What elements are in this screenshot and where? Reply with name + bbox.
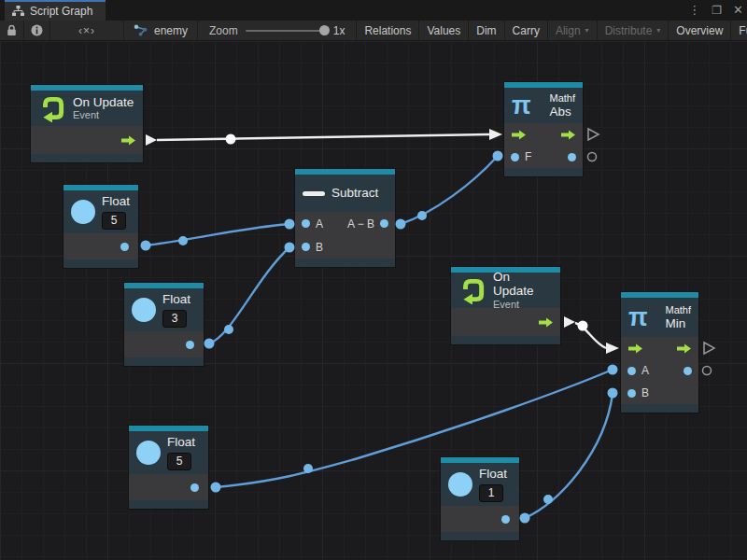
port-label-b: B [641,386,649,399]
node-subtitle: Event [493,299,553,311]
node-float-1[interactable]: Float 1 [441,457,519,540]
fullscreen-button[interactable]: Full Screen [731,21,747,40]
flow-output-port[interactable] [538,317,554,328]
value-input-port-b[interactable] [302,243,310,251]
node-footer [129,500,208,509]
zoom-value: 1x [333,24,345,37]
csharp-preview-button[interactable]: ‹×› [50,21,124,40]
value-output-port[interactable] [568,153,576,161]
wire-float5top-subtractA[interactable] [141,219,295,251]
node-footer [63,259,138,268]
float-circle-icon [448,472,472,497]
toolbar-right-buttons: Relations Values Dim Carry Align▾ Distri… [357,21,747,40]
node-on-update-2[interactable]: On Update Event [451,267,560,344]
align-button: Align▾ [548,21,598,40]
unconnected-flow-hint-abs [588,129,599,161]
float-value-input[interactable]: 5 [167,453,191,470]
node-mathf-abs[interactable]: π Mathf Abs F [504,82,583,176]
code-icon: ‹×› [78,24,95,37]
node-category: Mathf [549,92,575,105]
node-subtract[interactable]: Subtract A A − B B [295,169,395,267]
zoom-slider-handle[interactable] [319,25,330,35]
unconnected-flow-hint-min [703,343,715,375]
flow-output-port[interactable] [560,130,576,140]
zoom-slider[interactable] [246,30,326,32]
node-title: Float [479,467,507,482]
info-icon [31,24,43,36]
node-title: Min [665,316,691,331]
dim-button[interactable]: Dim [469,21,504,40]
float-value-input[interactable]: 5 [102,212,126,230]
graph-reference[interactable]: enemy [124,21,198,40]
node-footer [124,357,204,366]
flow-output-port[interactable] [120,135,136,146]
node-title: On Update [73,95,134,110]
value-output-port[interactable] [501,515,510,524]
node-footer [295,259,395,267]
window-controls: ⋮ ❐ ✕ [688,0,743,21]
float-circle-icon [132,298,156,322]
value-output-port[interactable] [190,483,199,492]
value-output-port[interactable] [684,367,692,375]
value-input-port-b[interactable] [627,389,636,398]
graph-canvas[interactable]: On Update Event Float 5 [0,41,747,560]
overview-button[interactable]: Overview [669,21,731,40]
graph-toolbar: ‹×› enemy Zoom 1x Relations Values Dim C… [0,21,747,41]
float-value-input[interactable]: 3 [162,310,187,328]
node-title: Float [162,292,190,307]
close-icon[interactable]: ✕ [733,0,743,21]
node-title: Float [167,435,195,450]
value-input-port-a[interactable] [302,219,310,228]
node-subtitle: Event [73,109,134,121]
tab-script-graph[interactable]: Script Graph [5,0,106,21]
node-footer [451,336,560,344]
node-title: On Update [493,270,553,299]
loop-event-icon [38,94,66,122]
node-footer [441,532,519,540]
maximize-icon[interactable]: ❐ [712,0,722,21]
lock-button[interactable] [0,21,24,40]
wire-subtract-absF[interactable] [396,151,503,230]
node-on-update-1[interactable]: On Update Event [31,85,143,162]
port-label-out: A − B [347,217,374,231]
carry-button[interactable]: Carry [505,21,548,40]
node-float-5-bottom[interactable]: Float 5 [129,426,208,509]
wire-flow-onupdate1-abs[interactable] [146,129,502,146]
flow-output-port[interactable] [676,343,692,354]
pi-icon: π [628,305,648,330]
window-tab-bar: Script Graph ⋮ ❐ ✕ [0,0,747,21]
values-button[interactable]: Values [419,21,469,40]
float-value-input[interactable]: 1 [479,484,503,502]
loop-event-icon [458,276,486,304]
flow-input-port[interactable] [511,130,527,140]
chevron-down-icon: ▾ [656,26,660,35]
wire-float3-subtractB[interactable] [204,243,295,349]
node-float-3[interactable]: Float 3 [124,283,204,366]
zoom-label: Zoom [209,24,238,37]
port-label-f: F [525,150,531,163]
graph-reference-label: enemy [154,24,188,37]
flow-input-port[interactable] [627,343,643,354]
wire-flow-onupdate2-min[interactable] [564,316,619,354]
value-input-port-f[interactable] [511,153,519,161]
distribute-button: Distribute▾ [598,21,669,40]
node-footer [504,168,583,176]
value-output-port[interactable] [120,243,129,251]
inspect-button[interactable] [24,21,50,40]
node-footer [31,154,143,162]
port-label-a: A [641,364,649,377]
value-input-port-a[interactable] [627,367,636,375]
node-float-5-top[interactable]: Float 5 [63,185,138,268]
relations-button[interactable]: Relations [357,21,419,40]
float-circle-icon [136,441,161,465]
value-output-port[interactable] [186,341,194,349]
node-mathf-min[interactable]: π Mathf Min A B [621,292,698,413]
value-output-port[interactable] [380,219,388,228]
node-footer [621,404,698,413]
chevron-down-icon: ▾ [585,26,589,35]
pi-icon: π [512,93,531,119]
menu-dots-icon[interactable]: ⋮ [688,0,700,21]
wire-float5bottom-minA[interactable] [211,365,618,493]
lock-icon [7,24,17,36]
wire-float1-minB[interactable] [520,388,618,524]
